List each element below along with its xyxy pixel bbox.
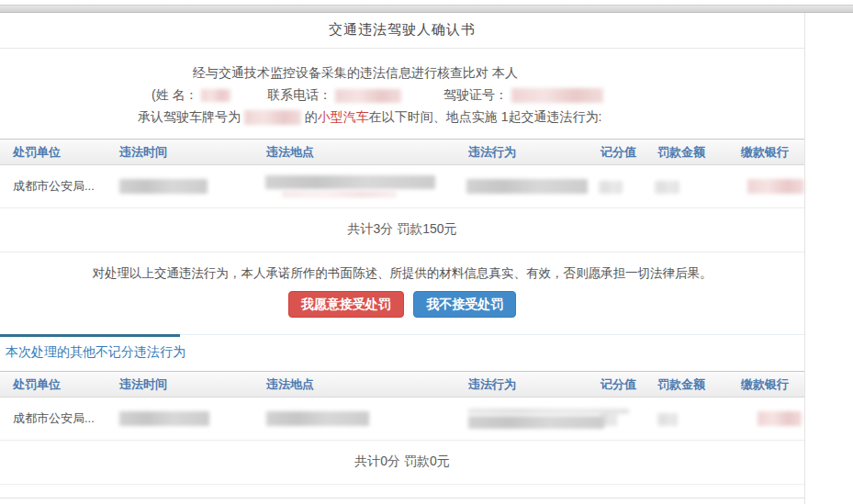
redacted-license-no xyxy=(511,88,603,103)
payment-bank-cell xyxy=(730,411,804,427)
redacted-plate-no xyxy=(244,110,301,125)
col-header-fine-amount: 罚款金额 xyxy=(648,376,730,393)
accept-penalty-button[interactable]: 我愿意接受处罚 xyxy=(288,291,404,318)
vehicle-type: 小型汽车 xyxy=(318,109,369,124)
top-gray-bar xyxy=(0,5,853,13)
redacted-fine xyxy=(655,181,679,194)
statement-text: 对处理以上交通违法行为，本人承诺所作的书面陈述、所提供的材料信息真实、有效，否则… xyxy=(0,265,804,282)
plate-suffix: 在以下时间、地点实施 1起交通违法行为: xyxy=(369,109,602,124)
col-header-violation-time: 违法时间 xyxy=(108,144,255,161)
violation-table: 处罚单位 违法时间 违法地点 违法行为 记分值 罚款金额 缴款银行 成都市公安局… xyxy=(0,139,804,252)
violation-summary: 共计3分 罚款150元 xyxy=(0,208,804,252)
reject-penalty-button[interactable]: 我不接受处罚 xyxy=(413,291,516,318)
redacted-phone xyxy=(335,89,401,103)
decision-buttons: 我愿意接受处罚 我不接受处罚 xyxy=(0,291,804,327)
violation-time-cell xyxy=(108,179,254,195)
fine-amount-cell xyxy=(648,411,730,426)
fine-amount-cell xyxy=(645,179,727,194)
redacted-place-line2 xyxy=(282,191,397,197)
col-header-points: 记分值 xyxy=(595,376,648,393)
confirmation-page: 交通违法驾驶人确认书 经与交通技术监控设备采集的违法信息进行核查比对 本人 (姓… xyxy=(0,13,805,504)
redacted-time xyxy=(119,179,208,194)
redacted-points xyxy=(599,181,623,194)
col-header-violation-behavior: 违法行为 xyxy=(457,144,595,161)
col-header-punish-unit: 处罚单位 xyxy=(0,376,108,393)
plate-prefix: 承认驾驶车牌号为 xyxy=(138,109,241,124)
redacted-time xyxy=(119,411,209,426)
violation-row: 成都市公安局... xyxy=(0,165,804,208)
title-section: 交通违法驾驶人确认书 xyxy=(0,13,804,49)
redacted-bank xyxy=(747,179,804,194)
page-title: 交通违法驾驶人确认书 xyxy=(329,21,476,37)
violation-time-cell xyxy=(108,411,255,427)
other-violation-table: 处罚单位 违法时间 违法地点 违法行为 记分值 罚款金额 缴款银行 成都市公安局… xyxy=(0,371,804,485)
phone-label: 联系电话： xyxy=(267,87,331,102)
payment-bank-cell xyxy=(727,179,804,195)
other-violation-summary: 共计0分 罚款0元 xyxy=(0,441,804,485)
redacted-bank xyxy=(758,411,802,426)
col-header-violation-behavior: 违法行为 xyxy=(457,376,595,393)
col-header-fine-amount: 罚款金额 xyxy=(648,144,730,161)
other-violations-section: 本次处理的其他不记分违法行为 处罚单位 违法时间 违法地点 违法行为 记分值 罚… xyxy=(0,334,804,485)
redacted-points xyxy=(600,413,617,426)
other-violation-row: 成都市公安局... xyxy=(0,398,804,441)
license-label: 驾驶证号： xyxy=(443,87,508,102)
violation-place-cell xyxy=(254,175,455,197)
violation-place-cell xyxy=(255,411,457,427)
col-header-points: 记分值 xyxy=(595,144,648,161)
statement-section: 对处理以上交通违法行为，本人承诺所作的书面陈述、所提供的材料信息真实、有效，否则… xyxy=(0,252,804,327)
col-header-punish-unit: 处罚单位 xyxy=(0,144,108,161)
redacted-name xyxy=(201,89,230,102)
col-header-violation-place: 违法地点 xyxy=(255,376,457,393)
intro-line1: 经与交通技术监控设备采集的违法信息进行核查比对 本人 xyxy=(0,62,804,84)
violation-table-header: 处罚单位 违法时间 违法地点 违法行为 记分值 罚款金额 缴款银行 xyxy=(0,139,804,165)
intro-line3: 承认驾驶车牌号为 的小型汽车在以下时间、地点实施 1起交通违法行为: xyxy=(0,106,804,128)
redacted-fine xyxy=(657,413,678,426)
other-violations-tab[interactable]: 本次处理的其他不记分违法行为 xyxy=(0,337,185,363)
col-header-violation-time: 违法时间 xyxy=(108,376,255,393)
violation-behavior-cell xyxy=(457,409,595,429)
payment-notice-box: 请在处理完以上电子监控后15日内到缴款银行缴纳罚款；逾期不缴纳的每日按罚款额的3… xyxy=(0,498,804,504)
plate-de: 的 xyxy=(305,109,318,124)
points-cell xyxy=(593,179,646,194)
punish-unit-cell: 成都市公安局... xyxy=(0,178,108,195)
other-table-header: 处罚单位 违法时间 违法地点 违法行为 记分值 罚款金额 缴款银行 xyxy=(0,371,804,398)
violation-behavior-cell xyxy=(455,179,592,195)
intro-paragraph: 经与交通技术监控设备采集的违法信息进行核查比对 本人 (姓 名： 联系电话： 驾… xyxy=(0,49,804,128)
redacted-place xyxy=(265,175,435,189)
intro-line2: (姓 名： 联系电话： 驾驶证号： xyxy=(0,84,804,106)
redacted-behavior-line2 xyxy=(468,416,604,429)
col-header-payment-bank: 缴款银行 xyxy=(730,144,804,161)
name-label: (姓 名： xyxy=(152,87,198,102)
redacted-behavior xyxy=(466,179,588,194)
redacted-place xyxy=(266,411,369,426)
punish-unit-cell: 成都市公安局... xyxy=(0,410,108,427)
col-header-violation-place: 违法地点 xyxy=(255,144,457,161)
col-header-payment-bank: 缴款银行 xyxy=(730,376,804,393)
